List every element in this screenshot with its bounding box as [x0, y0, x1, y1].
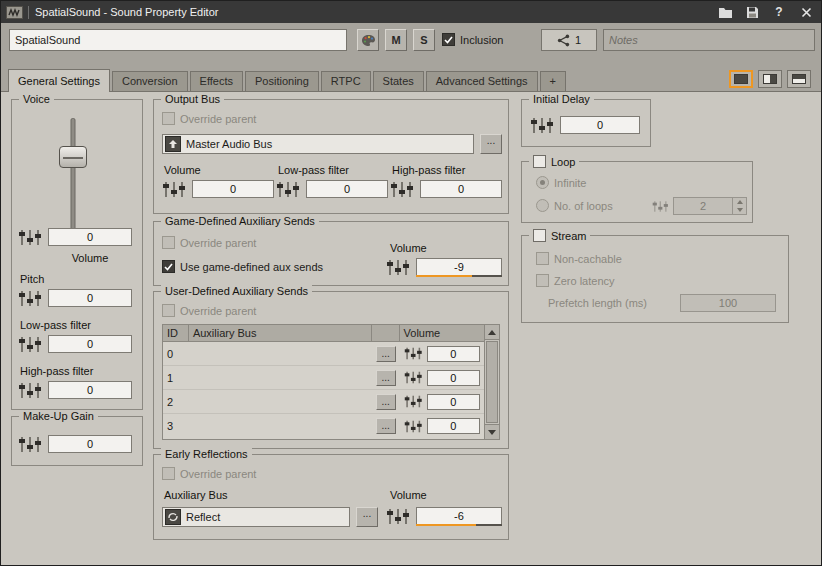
row-volume-value[interactable]: 0	[427, 394, 480, 410]
er-volume-mini-slider[interactable]	[386, 508, 412, 525]
loop-count-spinner[interactable]: 2	[652, 197, 747, 215]
aux-send-row[interactable]: 2 ... 0	[163, 390, 484, 414]
voice-lowpass-value[interactable]: 0	[48, 335, 132, 353]
makeup-gain-mini-slider[interactable]	[18, 436, 44, 453]
checkbox-box	[162, 467, 175, 480]
row-browse-button[interactable]: ...	[376, 370, 396, 386]
voice-volume-value[interactable]: 0	[48, 228, 132, 246]
row-bus[interactable]	[189, 390, 372, 413]
output-bus-volume-mini-slider[interactable]	[162, 181, 188, 198]
voice-volume-mini-slider[interactable]	[18, 229, 44, 246]
tab-advanced-settings[interactable]: Advanced Settings	[426, 71, 538, 91]
output-bus-highpass-mini-slider[interactable]	[390, 181, 416, 198]
use-game-aux-checkbox[interactable]: Use game-defined aux sends	[162, 260, 323, 273]
row-browse-button[interactable]: ...	[376, 418, 396, 434]
titlebar[interactable]: SpatialSound - Sound Property Editor ?	[1, 1, 821, 23]
scrollbar-thumb[interactable]	[486, 341, 498, 423]
object-name-input[interactable]	[9, 29, 347, 51]
save-button[interactable]	[742, 4, 762, 20]
row-bus[interactable]	[189, 366, 372, 389]
tab-conversion[interactable]: Conversion	[112, 71, 188, 91]
row-volume-mini-slider[interactable]	[404, 346, 424, 361]
tab-states[interactable]: States	[373, 71, 424, 91]
makeup-gain-value[interactable]: 0	[48, 435, 132, 453]
loop-count-radio[interactable]: No. of loops	[536, 199, 613, 212]
tab-rtpc[interactable]: RTPC	[321, 71, 371, 91]
fader-handle[interactable]	[59, 146, 87, 168]
row-bus[interactable]	[189, 414, 372, 438]
row-volume-mini-slider[interactable]	[404, 370, 424, 385]
tab-general-settings[interactable]: General Settings	[8, 69, 110, 92]
output-bus-browse-button[interactable]: ...	[480, 134, 502, 154]
output-bus-volume-value[interactable]: 0	[192, 180, 274, 198]
aux-send-row[interactable]: 3 ... 0	[163, 414, 484, 438]
radio-circle	[536, 199, 549, 212]
arrow-up-icon	[488, 330, 496, 335]
scroll-up-button[interactable]	[485, 325, 499, 340]
tab-add[interactable]: +	[540, 71, 566, 91]
user-aux-override-checkbox[interactable]: Override parent	[162, 304, 256, 317]
share-count-button[interactable]: 1	[541, 29, 597, 51]
color-palette-button[interactable]	[357, 29, 379, 51]
aux-send-row[interactable]: 0 ... 0	[163, 342, 484, 366]
er-aux-bus-selector[interactable]: Reflect	[162, 507, 350, 527]
non-cachable-checkbox[interactable]: Non-cachable	[536, 252, 622, 265]
output-bus-lowpass-value[interactable]: 0	[306, 180, 388, 198]
row-volume-mini-slider[interactable]	[404, 419, 424, 434]
early-reflections-override-checkbox[interactable]: Override parent	[162, 467, 256, 480]
help-button[interactable]: ?	[769, 4, 789, 20]
stream-checkbox[interactable]: Stream	[529, 229, 590, 242]
pitch-mini-slider[interactable]	[18, 290, 44, 307]
initial-delay-mini-slider[interactable]	[530, 117, 556, 134]
view-split-vertical-button[interactable]	[758, 70, 782, 88]
non-cachable-label: Non-cachable	[554, 253, 622, 265]
mute-button[interactable]: M	[385, 29, 407, 51]
view-split-horizontal-button[interactable]	[787, 70, 811, 88]
row-browse-button[interactable]: ...	[376, 394, 396, 410]
close-button[interactable]	[796, 4, 816, 20]
row-volume-value[interactable]: 0	[427, 346, 480, 362]
spin-down-button[interactable]	[733, 206, 746, 214]
loop-count-mini-slider[interactable]	[652, 199, 670, 214]
zero-latency-checkbox[interactable]: Zero latency	[536, 274, 615, 287]
pitch-value[interactable]: 0	[48, 289, 132, 307]
aux-send-row[interactable]: 1 ... 0	[163, 366, 484, 390]
output-bus-selector[interactable]: Master Audio Bus	[162, 134, 474, 154]
voice-highpass-value[interactable]: 0	[48, 381, 132, 399]
er-browse-button[interactable]: ...	[356, 507, 378, 527]
loop-infinite-radio[interactable]: Infinite	[536, 176, 586, 189]
view-single-button[interactable]	[729, 70, 753, 88]
er-volume-value[interactable]: -6	[416, 507, 502, 525]
arrow-down-icon	[737, 208, 743, 212]
notes-input[interactable]	[603, 29, 815, 51]
solo-button[interactable]: S	[413, 29, 435, 51]
output-bus-highpass-label: High-pass filter	[392, 164, 465, 176]
output-bus-lowpass-mini-slider[interactable]	[276, 181, 302, 198]
checkbox-box	[533, 229, 546, 242]
row-bus[interactable]	[189, 342, 372, 365]
tab-positioning[interactable]: Positioning	[245, 71, 319, 91]
prefetch-value[interactable]: 100	[680, 294, 776, 312]
row-volume-mini-slider[interactable]	[404, 394, 424, 409]
table-scrollbar[interactable]	[484, 325, 499, 439]
voice-highpass-mini-slider[interactable]	[18, 382, 44, 399]
game-aux-volume-value[interactable]: -9	[416, 258, 502, 276]
voice-lowpass-mini-slider[interactable]	[18, 336, 44, 353]
open-button[interactable]	[715, 4, 735, 20]
row-volume-value[interactable]: 0	[427, 370, 480, 386]
scroll-down-button[interactable]	[485, 424, 499, 439]
game-aux-volume-mini-slider[interactable]	[386, 259, 412, 276]
loop-count-value[interactable]: 2	[674, 198, 732, 214]
row-browse-button[interactable]: ...	[376, 346, 396, 362]
output-bus-override-checkbox[interactable]: Override parent	[162, 112, 256, 125]
output-bus-highpass-value[interactable]: 0	[420, 180, 502, 198]
tab-effects[interactable]: Effects	[190, 71, 243, 91]
row-id: 0	[163, 342, 189, 365]
initial-delay-value[interactable]: 0	[560, 116, 640, 134]
inclusion-checkbox[interactable]: Inclusion	[442, 33, 503, 46]
row-volume-value[interactable]: 0	[427, 418, 480, 434]
spin-up-button[interactable]	[733, 198, 746, 206]
voice-volume-fader[interactable]	[56, 116, 90, 232]
loop-checkbox[interactable]: Loop	[529, 155, 579, 168]
game-aux-override-checkbox[interactable]: Override parent	[162, 236, 256, 249]
